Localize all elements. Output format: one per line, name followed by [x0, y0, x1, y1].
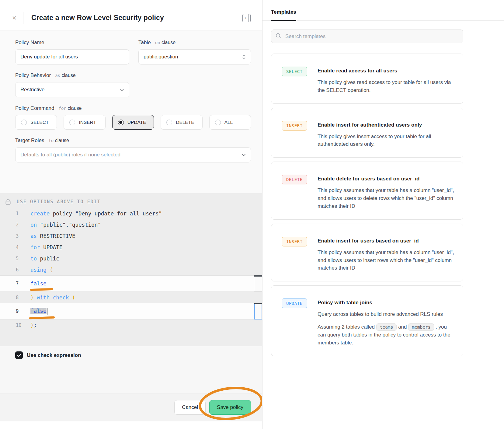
- template-badge-column: INSERT: [282, 237, 318, 272]
- textarea-resize-handle[interactable]: [254, 275, 262, 292]
- policy-name-input[interactable]: [15, 49, 129, 65]
- target-roles-select[interactable]: Defaults to all (public) roles if none s…: [15, 147, 251, 162]
- code-line-8: 8) with check (: [0, 292, 262, 303]
- template-description: Query across tables to build more advanc…: [318, 310, 454, 318]
- text-cursor: [47, 308, 48, 315]
- template-card-body: Enable insert for users based on user_id…: [318, 237, 454, 272]
- target-roles-placeholder: Defaults to all (public) roles if none s…: [20, 152, 120, 158]
- dialog-header: × Create a new Row Level Security policy…: [0, 5, 262, 30]
- template-card-1[interactable]: SELECTEnable read access for all usersTh…: [271, 54, 463, 104]
- code-line-1: 1create policy "Deny update for all user…: [0, 208, 262, 219]
- template-description: This policy assumes that your table has …: [318, 187, 454, 210]
- check-expression-label: Use check expression: [27, 352, 81, 358]
- code-line-6: 6using (: [0, 264, 262, 275]
- token-kw: as: [30, 233, 37, 239]
- behavior-clause-word: clause: [61, 73, 75, 78]
- table-clause-word: clause: [162, 40, 176, 45]
- radio-icon: [21, 120, 27, 125]
- cancel-button[interactable]: Cancel: [174, 400, 206, 415]
- dialog-footer: Cancel Save policy: [0, 393, 262, 421]
- roles-clause-word: clause: [55, 138, 69, 143]
- command-clause-word: clause: [68, 106, 82, 111]
- command-option-update[interactable]: UPDATE: [112, 115, 154, 130]
- templates-tabbar: Templates: [262, 0, 504, 21]
- roles-clause-keyword: to: [48, 138, 54, 143]
- template-description: Assuming 2 tables called teams and membe…: [318, 323, 454, 347]
- command-option-select[interactable]: SELECT: [15, 115, 57, 130]
- behavior-clause-keyword: as: [55, 73, 60, 78]
- policy-command-options: SELECTINSERTUPDATEDELETEALL: [15, 115, 251, 130]
- token-kw: with check: [34, 295, 69, 301]
- policy-form: Policy Name Table on clause public.quest…: [0, 30, 262, 193]
- collapse-panel-icon[interactable]: ›: [242, 14, 251, 22]
- line-content: to public: [30, 256, 59, 262]
- command-option-insert[interactable]: INSERT: [64, 115, 105, 130]
- line-content: using (: [30, 267, 53, 273]
- editor-lines: 1create policy "Deny update for all user…: [0, 208, 262, 331]
- token-kw: to: [30, 256, 37, 262]
- search-icon: [276, 33, 281, 40]
- textarea-resize-handle[interactable]: [254, 303, 262, 319]
- template-card-body: Enable delete for users based on user_id…: [318, 175, 454, 210]
- template-description: This policy gives insert access to your …: [318, 133, 454, 148]
- search-templates-input[interactable]: [285, 33, 459, 40]
- line-content: false: [30, 308, 47, 315]
- command-option-label: DELETE: [176, 120, 194, 125]
- template-card-2[interactable]: INSERTEnable insert for authenticated us…: [271, 108, 463, 158]
- command-option-all[interactable]: ALL: [209, 115, 251, 130]
- code-line-7[interactable]: 7false: [0, 275, 262, 292]
- token-paren: ): [30, 322, 34, 328]
- tab-templates[interactable]: Templates: [271, 9, 296, 21]
- save-policy-button[interactable]: Save policy: [209, 400, 251, 415]
- templates-panel: Templates SELECTEnable read access for a…: [262, 0, 504, 429]
- line-number: 6: [0, 267, 30, 273]
- chevron-down-icon: [242, 154, 246, 156]
- token-code: UPDATE: [40, 244, 63, 250]
- code-line-5: 5to public: [0, 253, 262, 264]
- use-check-expression-checkbox[interactable]: Use check expression: [15, 351, 262, 359]
- line-content: false: [30, 281, 47, 287]
- table-select[interactable]: public.question: [138, 49, 251, 65]
- template-title: Enable insert for users based on user_id: [318, 238, 454, 244]
- command-option-label: UPDATE: [127, 120, 146, 125]
- policy-behavior-select[interactable]: Restrictive: [15, 82, 129, 97]
- template-description: This policy assumes that your table has …: [318, 249, 454, 272]
- radio-icon: [69, 120, 75, 125]
- policy-name-label: Policy Name: [15, 40, 44, 46]
- line-number: 5: [0, 256, 30, 261]
- line-number: 1: [0, 211, 30, 216]
- token-paren: (: [47, 267, 53, 273]
- line-number: 2: [0, 222, 30, 228]
- token-code: RESTRICTIVE: [37, 233, 75, 239]
- line-content: create policy "Deny update for all users…: [30, 211, 162, 217]
- policy-command-label: Policy Command: [15, 105, 54, 111]
- template-card-5[interactable]: UPDATEPolicy with table joinsQuery acros…: [271, 285, 463, 356]
- radio-selected-icon: [118, 120, 124, 125]
- template-card-3[interactable]: DELETEEnable delete for users based on u…: [271, 162, 463, 219]
- line-content: on "public"."question": [30, 222, 101, 228]
- lock-icon: [0, 199, 17, 205]
- token-code: ;: [34, 322, 37, 328]
- header-divider: [23, 12, 23, 24]
- token-code: "public"."question": [37, 222, 101, 228]
- template-badge-column: UPDATE: [282, 298, 318, 347]
- line-number: 4: [0, 245, 30, 250]
- line-number: 10: [0, 323, 30, 328]
- rls-policy-dialog: × Create a new Row Level Security policy…: [0, 0, 262, 429]
- line-number: 7: [0, 281, 30, 286]
- template-title: Policy with table joins: [318, 300, 454, 306]
- checkbox-checked-icon: [15, 351, 23, 359]
- template-card-4[interactable]: INSERTEnable insert for users based on u…: [271, 224, 463, 281]
- line-content: );: [30, 322, 37, 328]
- token-code: policy "Deny update for all users": [50, 211, 162, 217]
- template-title: Enable delete for users based on user_id: [318, 176, 454, 182]
- token-kw: for: [30, 244, 40, 250]
- code-line-9[interactable]: 9false: [0, 303, 262, 319]
- command-option-label: ALL: [224, 120, 233, 125]
- sql-code-editor[interactable]: USE OPTIONS ABOVE TO EDIT 1create policy…: [0, 193, 262, 346]
- close-icon[interactable]: ×: [12, 14, 16, 22]
- line-content: ) with check (: [30, 295, 75, 301]
- radio-icon: [166, 120, 172, 125]
- inline-code-pill: members: [408, 323, 434, 331]
- command-option-delete[interactable]: DELETE: [161, 115, 202, 130]
